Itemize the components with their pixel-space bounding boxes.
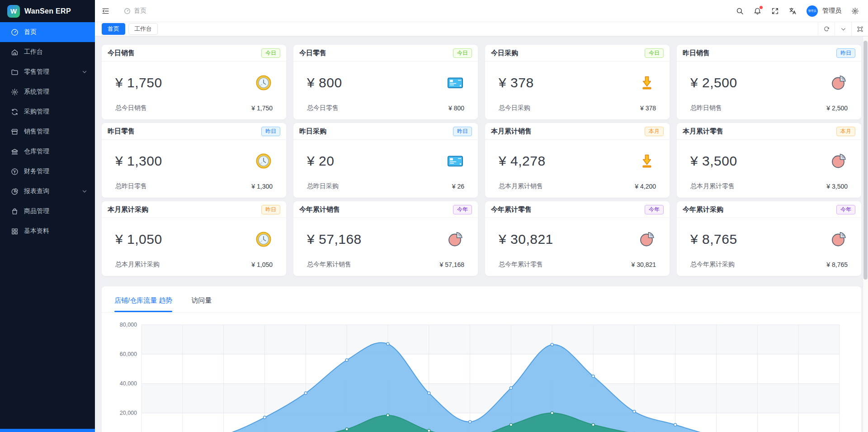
stat-card-year-purchase: 今年累计采购 今年 ¥ 8,765 % 总今年累计采购 ¥ 8,765 xyxy=(677,201,861,276)
page-tabbar: 首页 工作台 xyxy=(95,22,868,36)
stat-card-today-purchase: 今日采购 今日 ¥ 378 总今日采购 ¥ 378 xyxy=(485,45,670,119)
chevron-down-icon[interactable] xyxy=(835,22,851,36)
sidebar-item-reports[interactable]: 报表查询 xyxy=(0,181,95,201)
stat-card-value: ¥ 20 xyxy=(307,153,334,169)
dashboard-icon xyxy=(124,8,131,14)
language-translate-icon[interactable] xyxy=(789,7,797,15)
home-icon xyxy=(11,48,19,56)
stat-card-footer-value: ¥ 1,300 xyxy=(251,183,273,190)
sidebar-item-workbench[interactable]: 工作台 xyxy=(0,42,95,62)
svg-text:%: % xyxy=(841,155,845,159)
stat-card-footer-value: ¥ 2,500 xyxy=(826,104,848,112)
breadcrumb[interactable]: 首页 xyxy=(124,7,146,15)
sidebar-item-warehouse[interactable]: 仓库管理 xyxy=(0,142,95,161)
pie-icon: % xyxy=(638,230,656,248)
chart-tab-flow-trend[interactable]: 店铺/仓库流量 趋势 xyxy=(114,296,172,312)
stat-card-footer-value: ¥ 57,168 xyxy=(440,261,465,268)
stat-card-badge: 昨日 xyxy=(261,205,280,214)
vertical-scrollbar[interactable] xyxy=(863,37,868,432)
stat-card-footer-label: 总今年累计采购 xyxy=(690,261,735,269)
app-logo[interactable]: W WanSen ERP xyxy=(0,0,95,22)
notification-dot xyxy=(760,6,763,9)
sidebar-item-home[interactable]: 首页 xyxy=(0,22,95,42)
stat-card-badge: 今年 xyxy=(645,205,664,214)
stat-card-footer-label: 总昨日采购 xyxy=(307,182,339,190)
stat-card-footer-value: ¥ 1,050 xyxy=(251,261,273,268)
search-icon[interactable] xyxy=(736,7,744,15)
sidebar-item-finance[interactable]: 财务管理 xyxy=(0,161,95,181)
stat-card-footer-label: 总本月累计销售 xyxy=(499,182,543,190)
svg-text:%: % xyxy=(650,233,653,237)
app-title: WanSen ERP xyxy=(24,7,71,15)
page-tab-workbench[interactable]: 工作台 xyxy=(128,23,158,35)
clock-icon xyxy=(255,230,273,248)
stat-card-title: 今年累计销售 xyxy=(299,205,340,214)
fullscreen-icon[interactable] xyxy=(771,7,779,15)
stat-card-footer-label: 总今年累计销售 xyxy=(307,261,351,269)
stat-card-title: 本月累计销售 xyxy=(491,127,532,136)
chart-tabs: 店铺/仓库流量 趋势 访问量 xyxy=(102,286,861,313)
download-icon xyxy=(638,74,656,92)
sidebar-item-goods[interactable]: 商品管理 xyxy=(0,201,95,221)
chart-tab-visits[interactable]: 访问量 xyxy=(191,296,212,312)
svg-text:40,000: 40,000 xyxy=(120,380,137,387)
sidebar-item-label: 销售管理 xyxy=(24,128,88,136)
tab-controls xyxy=(818,22,868,36)
sidebar-item-label: 系统管理 xyxy=(24,88,88,96)
stat-card-footer-label: 总本月累计采购 xyxy=(115,261,160,269)
menu-fold-icon[interactable] xyxy=(102,7,109,15)
notification-bell-icon[interactable] xyxy=(754,7,761,15)
stat-card-badge: 今日 xyxy=(261,48,280,58)
stat-card-badge: 本月 xyxy=(836,127,855,136)
sidebar: W WanSen ERP 首页 工作台 零售管理 系统管理 采购管理 销售管理 … xyxy=(0,0,95,432)
stat-card-badge: 今日 xyxy=(645,48,664,58)
chevron-down-icon xyxy=(81,69,88,75)
sidebar-item-basic[interactable]: 基本资料 xyxy=(0,221,95,241)
stat-card-yday-purchase: 昨日采购 昨日 ¥ 20 总昨日采购 ¥ 26 xyxy=(293,123,478,198)
svg-text:60,000: 60,000 xyxy=(120,351,137,357)
stat-card-title: 今日采购 xyxy=(491,49,518,57)
stat-card-value: ¥ 1,050 xyxy=(115,232,162,247)
maximize-icon[interactable] xyxy=(851,22,868,36)
stat-card-year-retail: 今年累计零售 今年 ¥ 30,821 % 总今年累计零售 ¥ 30,821 xyxy=(485,201,670,276)
scrollbar-thumb[interactable] xyxy=(863,41,868,280)
stat-card-footer-label: 总今年累计零售 xyxy=(499,261,543,269)
stat-card-title: 昨日销售 xyxy=(683,49,710,57)
stat-card-month-purchase: 本月累计采购 昨日 ¥ 1,050 总本月累计采购 ¥ 1,050 xyxy=(102,201,286,276)
stat-card-title: 今日销售 xyxy=(108,49,135,57)
sidebar-item-retail[interactable]: 零售管理 xyxy=(0,62,95,82)
stat-card-badge: 昨日 xyxy=(261,127,280,136)
pie-icon: % xyxy=(446,230,464,248)
stat-card-footer-value: ¥ 30,821 xyxy=(632,261,656,268)
refresh-icon[interactable] xyxy=(818,22,835,36)
sidebar-item-purchase[interactable]: 采购管理 xyxy=(0,102,95,122)
sidebar-item-label: 报表查询 xyxy=(24,187,76,195)
stat-card-title: 昨日采购 xyxy=(299,127,326,136)
stat-card-value: ¥ 57,168 xyxy=(307,232,362,247)
page-tab-home[interactable]: 首页 xyxy=(102,23,125,35)
pie-icon: % xyxy=(830,230,848,248)
settings-gear-icon[interactable] xyxy=(851,7,859,15)
stat-card-footer-label: 总昨日销售 xyxy=(690,104,722,112)
stat-card-footer-value: ¥ 3,500 xyxy=(826,183,848,190)
chevron-down-icon xyxy=(81,188,88,195)
stat-card-value: ¥ 1,750 xyxy=(115,75,162,90)
stat-card-value: ¥ 8,765 xyxy=(690,232,737,247)
gauge-icon xyxy=(11,28,19,36)
download-icon xyxy=(638,152,656,170)
top-header: 首页 管理员 管理员 xyxy=(95,0,868,22)
stat-card-footer-label: 总今日零售 xyxy=(307,104,339,112)
stat-card-footer-value: ¥ 378 xyxy=(640,104,656,112)
pie-icon: % xyxy=(830,152,848,170)
header-actions: 管理员 管理员 xyxy=(736,5,859,17)
stat-card-footer-label: 总今日销售 xyxy=(115,104,147,112)
sidebar-item-system[interactable]: 系统管理 xyxy=(0,82,95,102)
sidebar-item-label: 首页 xyxy=(24,28,88,36)
user-avatar[interactable]: 管理员 xyxy=(807,5,818,17)
stat-card-today-retail: 今日零售 今日 ¥ 800 总今日零售 ¥ 800 xyxy=(293,45,478,119)
user-name[interactable]: 管理员 xyxy=(822,7,841,15)
stat-card-footer-label: 总本月累计零售 xyxy=(690,182,735,190)
breadcrumb-item[interactable]: 首页 xyxy=(134,7,146,15)
stat-cards-grid: 今日销售 今日 ¥ 1,750 总今日销售 ¥ 1,750 今日零售 今日 ¥ … xyxy=(102,45,861,276)
sidebar-item-sales[interactable]: 销售管理 xyxy=(0,122,95,142)
